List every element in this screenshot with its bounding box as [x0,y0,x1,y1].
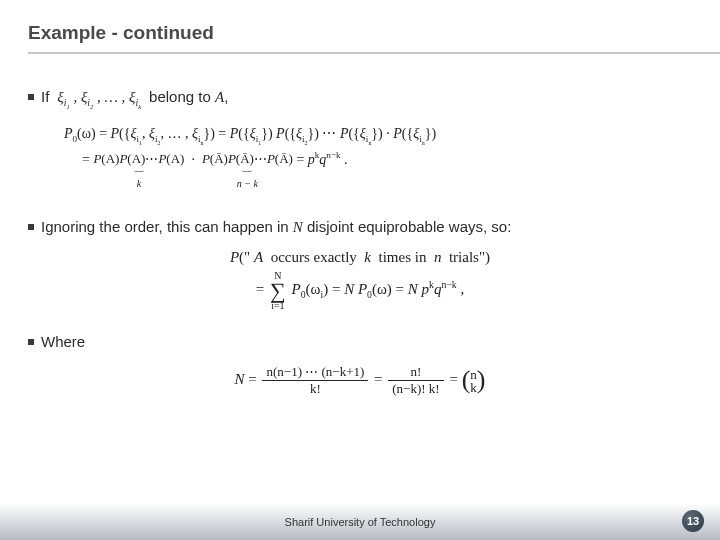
eq2-line1: P(" A occurs exactly k times in n trials… [28,244,692,271]
bullet-icon [28,339,34,345]
bullet-icon [28,94,34,100]
underbrace-nk: P(Ā)P(Ā)⋯P(Ā) ︸ n − k [202,148,293,193]
bullet-3: Where [28,333,692,350]
bullet-1: If ξi1 , ξi2 , … , ξik belong to A, [28,88,692,110]
fraction-1: n(n−1) ⋯ (n−k+1) k! [262,364,368,397]
footer-text: Sharif University of Technology [285,516,436,528]
summation-icon: N ∑ i=1 [270,271,286,311]
bullet-3-text: Where [41,333,85,350]
binom-close-icon: ) [477,370,486,391]
bullet-icon [28,224,34,230]
title-underline [28,52,720,54]
title-block: Example - continued [0,0,720,64]
equation-2: P(" A occurs exactly k times in n trials… [28,244,692,311]
bullet-2: Ignoring the order, this can happen in N… [28,218,692,236]
footer-bar: Sharif University of Technology [0,504,720,540]
eq1-tail: = pkqn−k . [296,152,347,167]
slide-title: Example - continued [28,22,720,44]
bullet-1-suffix: belong to A, [149,88,228,106]
eq1-line2: = P(A)P(A)⋯P(A) ︸ k · P(Ā)P(Ā)⋯P(Ā) ︸ n … [64,148,692,193]
slide-body: If ξi1 , ξi2 , … , ξik belong to A, P0(ω… [0,64,720,397]
xi-list: ξi1 , ξi2 , … , ξik [49,89,149,110]
page-number-badge: 13 [682,510,704,532]
binom-open-icon: ( [462,370,471,391]
bullet-2-text: Ignoring the order, this can happen in N… [41,218,511,236]
eq1-line1: P0(ω) = P({ξi1, ξi2, … , ξin}) = P({ξi1}… [64,122,692,148]
slide: Example - continued If ξi1 , ξi2 , … , ξ… [0,0,720,540]
equation-3: N = n(n−1) ⋯ (n−k+1) k! = n! (n−k)! k! =… [28,364,692,397]
equation-1: P0(ω) = P({ξi1, ξi2, … , ξin}) = P({ξi1}… [28,122,692,192]
bullet-1-prefix: If [41,88,49,105]
fraction-2: n! (n−k)! k! [388,364,443,397]
underbrace-k: P(A)P(A)⋯P(A) ︸ k [93,148,184,193]
eq2-line2: = N ∑ i=1 P0(ωi) = N P0(ω) = N pkqn−k , [28,271,692,311]
